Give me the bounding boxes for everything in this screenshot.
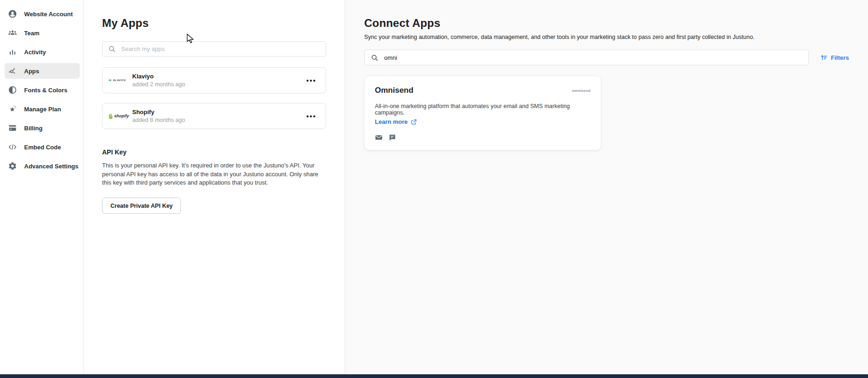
filters-label: Filters xyxy=(831,54,849,61)
search-icon xyxy=(371,54,379,62)
sidebar-item-label: Team xyxy=(24,30,39,37)
gear-icon xyxy=(8,161,17,171)
connect-apps-title: Connect Apps xyxy=(364,17,849,30)
sidebar-item-label: Manage Plan xyxy=(24,106,61,113)
external-link-icon xyxy=(411,119,417,125)
embed-code-icon xyxy=(8,142,17,152)
sidebar-item-apps[interactable]: Apps xyxy=(5,63,80,79)
filters-button[interactable]: Filters xyxy=(820,54,849,61)
connect-app-card-omnisend: Omnisend omnisend All-in-one marketing p… xyxy=(364,76,601,150)
app-added-date: added 2 months ago xyxy=(132,81,305,88)
my-apps-title: My Apps xyxy=(102,17,326,30)
connect-apps-search-input[interactable] xyxy=(384,54,802,61)
api-key-title: API Key xyxy=(102,148,326,156)
learn-more-link[interactable]: Learn more xyxy=(375,118,417,125)
sidebar-item-label: Billing xyxy=(24,125,43,132)
fonts-colors-icon xyxy=(8,85,17,95)
activity-icon xyxy=(8,47,17,57)
sidebar-item-manage-plan[interactable]: Manage Plan xyxy=(5,101,80,117)
my-apps-panel: My Apps KLAVIYO Klaviyo added 2 months a… xyxy=(84,0,345,374)
api-key-description: This is your personal API key. It's requ… xyxy=(102,161,326,187)
create-private-api-key-button[interactable]: Create Private API Key xyxy=(102,198,181,214)
billing-icon xyxy=(8,123,17,133)
app-menu-button[interactable]: ••• xyxy=(305,111,317,122)
bottom-bar xyxy=(0,374,868,378)
klaviyo-mark-icon xyxy=(108,78,112,82)
sidebar-item-label: Activity xyxy=(24,49,46,56)
sidebar-item-fonts-colors[interactable]: Fonts & Colors xyxy=(5,82,80,98)
sort-filter-icon xyxy=(820,54,828,61)
sidebar-item-embed-code[interactable]: Embed Code xyxy=(5,139,80,155)
app-menu-button[interactable]: ••• xyxy=(305,75,317,86)
sms-channel-icon xyxy=(388,134,396,141)
sidebar-item-billing[interactable]: Billing xyxy=(5,120,80,136)
manage-plan-icon xyxy=(8,104,17,114)
omnisend-logo-text: omnisend xyxy=(572,89,591,93)
sidebar-item-advanced-settings[interactable]: Advanced Settings xyxy=(5,158,80,174)
shopify-logo: shopify xyxy=(108,113,129,119)
connect-apps-subtitle: Sync your marketing automation, commerce… xyxy=(364,34,849,40)
klaviyo-logo-text: KLAVIYO xyxy=(113,79,126,82)
email-channel-icon xyxy=(375,134,383,141)
search-icon xyxy=(108,45,116,53)
sidebar-item-website-account[interactable]: Website Account xyxy=(5,6,80,22)
sidebar-item-label: Fonts & Colors xyxy=(24,87,67,94)
connect-apps-panel: Connect Apps Sync your marketing automat… xyxy=(345,0,868,374)
sidebar-item-label: Embed Code xyxy=(24,144,61,151)
learn-more-label: Learn more xyxy=(375,118,408,125)
team-icon xyxy=(8,28,17,38)
settings-sidebar: Website Account Team Activity Apps Fonts… xyxy=(0,0,84,374)
app-added-date: added 8 months ago xyxy=(132,117,305,123)
connect-apps-search xyxy=(364,50,809,65)
app-name: Klaviyo xyxy=(132,73,305,80)
connect-app-name: Omnisend xyxy=(375,86,591,95)
sidebar-item-label: Apps xyxy=(24,68,39,75)
sidebar-item-label: Advanced Settings xyxy=(24,163,78,170)
app-name: Shopify xyxy=(132,109,305,115)
app-row-shopify[interactable]: shopify Shopify added 8 months ago ••• xyxy=(102,103,326,129)
sidebar-item-activity[interactable]: Activity xyxy=(5,44,80,60)
sidebar-item-label: Website Account xyxy=(24,11,73,18)
my-apps-search-input[interactable] xyxy=(121,45,320,52)
klaviyo-logo: KLAVIYO xyxy=(108,78,129,82)
account-circle-icon xyxy=(8,9,17,19)
shopify-logo-text: shopify xyxy=(114,114,129,118)
sidebar-item-team[interactable]: Team xyxy=(5,25,80,41)
shopify-bag-icon xyxy=(108,113,113,119)
connect-app-description: All-in-one marketing platform that autom… xyxy=(375,103,591,116)
my-apps-search xyxy=(102,41,326,57)
apps-icon xyxy=(8,66,17,76)
app-row-klaviyo[interactable]: KLAVIYO Klaviyo added 2 months ago ••• xyxy=(102,67,326,93)
